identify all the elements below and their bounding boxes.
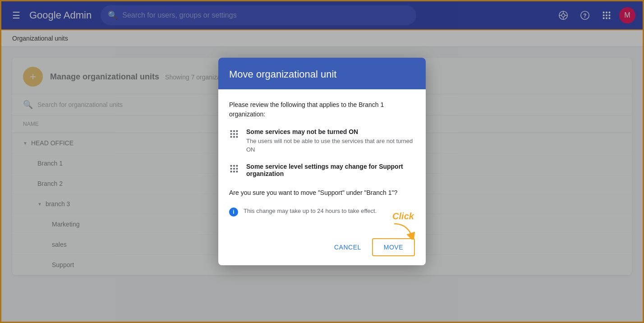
move-org-unit-dialog: Move organizational unit Please review t… (218, 58, 426, 265)
info-icon: i (229, 208, 238, 217)
dialog-header: Move organizational unit (218, 58, 426, 89)
info-note: i This change may take up to 24 hours to… (229, 207, 415, 217)
info-text: This change may take up to 24 hours to t… (244, 207, 377, 216)
click-label: Click (392, 211, 414, 221)
svg-rect-25 (236, 136, 238, 138)
click-annotation: Click (390, 211, 417, 240)
svg-rect-17 (230, 130, 232, 132)
warning-item-2: Some service level settings may change f… (229, 163, 415, 179)
cancel-button[interactable]: CANCEL (327, 239, 368, 255)
svg-rect-33 (233, 171, 235, 172)
svg-rect-30 (233, 168, 235, 170)
svg-rect-21 (233, 133, 235, 135)
svg-rect-24 (233, 136, 235, 138)
svg-rect-23 (230, 136, 232, 138)
warning-item-1: Some services may not be turned ON The u… (229, 128, 415, 153)
svg-rect-19 (236, 130, 238, 132)
svg-rect-34 (236, 171, 238, 172)
dialog-intro-text: Please review the following that applies… (229, 100, 415, 119)
dialog-overlay: Move organizational unit Please review t… (0, 0, 644, 323)
warning-grid-icon-1 (229, 129, 239, 141)
warning-grid-icon-2 (229, 164, 239, 176)
svg-rect-28 (236, 165, 238, 166)
svg-rect-20 (230, 133, 232, 135)
warning-text-1: Some services may not be turned ON The u… (246, 128, 415, 153)
svg-rect-31 (236, 168, 238, 170)
dialog-actions: Click CANCEL MOVE (218, 238, 426, 265)
move-button[interactable]: MOVE (372, 238, 415, 256)
svg-rect-26 (230, 165, 232, 166)
svg-rect-27 (233, 165, 235, 166)
warning-text-2: Some service level settings may change f… (246, 163, 415, 179)
svg-rect-18 (233, 130, 235, 132)
confirm-text: Are you sure you want to move "Support" … (229, 188, 415, 198)
dialog-title: Move organizational unit (229, 69, 415, 80)
svg-rect-32 (230, 171, 232, 172)
svg-rect-22 (236, 133, 238, 135)
svg-rect-29 (230, 168, 232, 170)
click-arrow (390, 221, 417, 240)
